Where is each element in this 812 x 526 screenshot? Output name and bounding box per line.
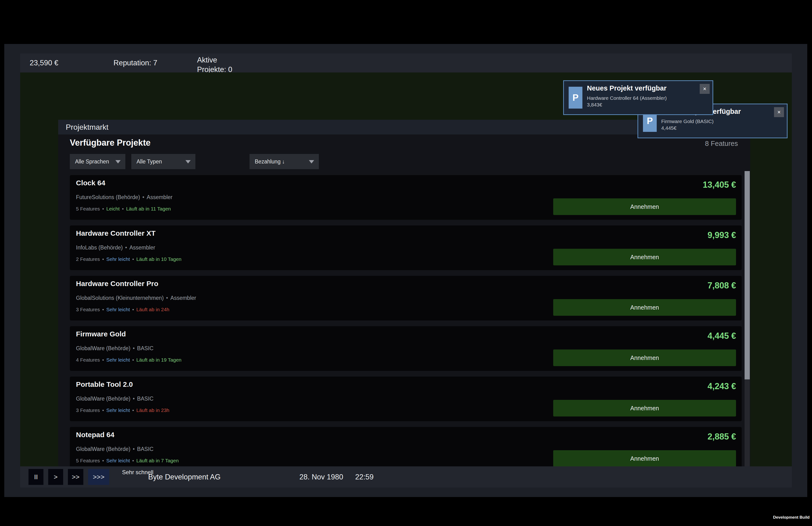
play-button[interactable]: > <box>48 469 63 485</box>
toast-title: Neues Projekt verfügbar <box>587 84 666 92</box>
fast-forward-button[interactable]: >> <box>68 469 83 485</box>
section-title: Verfügbare Projekte <box>70 138 150 148</box>
project-features: 3 Features <box>76 307 100 312</box>
separator-dot <box>102 357 104 363</box>
project-language: BASIC <box>137 345 154 351</box>
project-language: Assembler <box>129 244 155 251</box>
project-language: Assembler <box>147 194 173 200</box>
stats-bar: 23,590 € Reputation: 7 Aktive Projekte: … <box>20 54 792 72</box>
separator-dot <box>133 446 135 452</box>
project-difficulty: Leicht <box>106 206 120 211</box>
separator-dot <box>132 256 134 262</box>
toast-project-name: Hardware Controller 64 (Assembler) <box>587 95 667 101</box>
project-client-line: InfoLabs (Behörde)Assembler <box>76 244 155 251</box>
features-summary: 8 Features <box>705 140 738 147</box>
project-card: Hardware Controller XT 9,993 € InfoLabs … <box>70 226 742 270</box>
project-client-line: FutureSolutions (Behörde)Assembler <box>76 194 172 200</box>
project-price: 7,808 € <box>708 281 736 290</box>
project-name: Firmware Gold <box>76 330 126 338</box>
project-detail-line: 3 FeaturesSehr leichtLäuft ab in 23h <box>76 408 169 413</box>
project-price: 9,993 € <box>708 230 736 240</box>
separator-dot <box>122 206 124 212</box>
project-client: GlobalSolutions (Kleinunternehmen) <box>76 295 164 301</box>
pause-button[interactable]: II <box>29 469 43 485</box>
project-expiry: Läuft ab in 11 Tagen <box>126 206 171 211</box>
project-client: InfoLabs (Behörde) <box>76 244 123 251</box>
accept-button[interactable]: Annehmen <box>553 350 736 366</box>
project-name: Hardware Controller XT <box>76 229 156 237</box>
accept-button[interactable]: Annehmen <box>553 249 736 265</box>
project-client: GlobalWare (Behörde) <box>76 446 130 452</box>
accept-button[interactable]: Annehmen <box>553 450 736 466</box>
separator-dot <box>133 396 135 402</box>
project-detail-line: 5 FeaturesLeichtLäuft ab in 11 Tagen <box>76 206 171 212</box>
toast-project-name: Firmware Gold (BASIC) <box>661 118 714 124</box>
project-difficulty: Sehr leicht <box>106 408 130 413</box>
project-client-line: GlobalWare (Behörde)BASIC <box>76 446 154 452</box>
project-card: Firmware Gold 4,445 € GlobalWare (Behörd… <box>70 326 742 371</box>
project-difficulty: Sehr leicht <box>106 458 130 463</box>
close-icon[interactable]: × <box>700 84 710 94</box>
sort-value: Bezahlung ↓ <box>255 158 285 165</box>
separator-dot <box>125 244 127 251</box>
separator-dot <box>102 458 104 464</box>
project-card: Hardware Controller Pro 7,808 € GlobalSo… <box>70 276 742 321</box>
game-screen: { "stats_bar": { "money": "23,590 €", "r… <box>0 0 812 526</box>
separator-dot <box>132 458 134 464</box>
scrollbar-track[interactable] <box>744 171 750 466</box>
project-card: Portable Tool 2.0 4,243 € GlobalWare (Be… <box>70 376 742 421</box>
sort-dropdown[interactable]: Bezahlung ↓ <box>249 154 319 169</box>
project-icon: P <box>569 87 582 109</box>
type-filter-dropdown[interactable]: Alle Typen <box>131 154 195 169</box>
toast-project-price: 4,445€ <box>661 125 677 131</box>
project-price: 4,243 € <box>708 381 736 391</box>
separator-dot <box>133 345 135 352</box>
chevron-down-icon <box>186 160 191 164</box>
project-price: 13,405 € <box>703 180 736 190</box>
language-filter-value: Alle Sprachen <box>75 158 109 165</box>
separator-dot <box>132 408 134 413</box>
project-difficulty: Sehr leicht <box>106 256 130 262</box>
language-filter-dropdown[interactable]: Alle Sprachen <box>70 154 125 169</box>
panel-title: Projektmarkt <box>66 123 108 132</box>
project-detail-line: 4 FeaturesSehr leichtLäuft ab in 19 Tage… <box>76 357 182 363</box>
project-name: Hardware Controller Pro <box>76 280 158 288</box>
project-difficulty: Sehr leicht <box>106 307 130 312</box>
project-detail-line: 3 FeaturesSehr leichtLäuft ab in 24h <box>76 307 169 312</box>
project-language: BASIC <box>137 396 154 402</box>
scrollbar-thumb[interactable] <box>744 171 750 380</box>
project-name: Portable Tool 2.0 <box>76 380 133 388</box>
project-expiry: Läuft ab in 23h <box>136 408 169 413</box>
project-name: Notepad 64 <box>76 431 114 439</box>
separator-dot <box>102 206 104 212</box>
project-features: 4 Features <box>76 357 100 362</box>
separator-dot <box>102 256 104 262</box>
fastest-forward-button[interactable]: >>> <box>88 469 109 485</box>
project-client-line: GlobalSolutions (Kleinunternehmen)Assemb… <box>76 295 196 301</box>
project-detail-line: 5 FeaturesSehr leichtLäuft ab in 7 Tagen <box>76 458 179 464</box>
separator-dot <box>143 194 144 200</box>
money-value: 23,590 € <box>30 54 58 72</box>
project-expiry: Läuft ab in 19 Tagen <box>136 357 182 362</box>
notification-toast[interactable]: P Neues Projekt verfügbar Hardware Contr… <box>563 80 713 115</box>
separator-dot <box>166 295 168 301</box>
active-projects-value: Aktive Projekte: 0 <box>197 55 242 74</box>
close-icon[interactable]: × <box>774 107 784 117</box>
project-features: 5 Features <box>76 458 100 463</box>
project-difficulty: Sehr leicht <box>106 357 130 362</box>
separator-dot <box>132 357 134 363</box>
time-control-bar: II > >> >>> Sehr schnell Byte Developmen… <box>20 466 792 487</box>
project-features: 5 Features <box>76 206 100 211</box>
game-date: 28. Nov 1980 <box>300 466 343 487</box>
project-expiry: Läuft ab in 24h <box>136 307 169 312</box>
project-list: Clock 64 13,405 € FutureSolutions (Behör… <box>70 175 742 466</box>
accept-button[interactable]: Annehmen <box>553 198 736 215</box>
project-price: 2,885 € <box>708 432 736 442</box>
project-price: 4,445 € <box>708 331 736 341</box>
project-expiry: Läuft ab in 7 Tagen <box>136 458 178 463</box>
project-market-panel: Projektmarkt Verfügbare Projekte 8 Featu… <box>58 120 750 466</box>
project-features: 3 Features <box>76 408 100 413</box>
accept-button[interactable]: Annehmen <box>553 400 736 416</box>
project-language: Assembler <box>171 295 197 301</box>
accept-button[interactable]: Annehmen <box>553 299 736 316</box>
